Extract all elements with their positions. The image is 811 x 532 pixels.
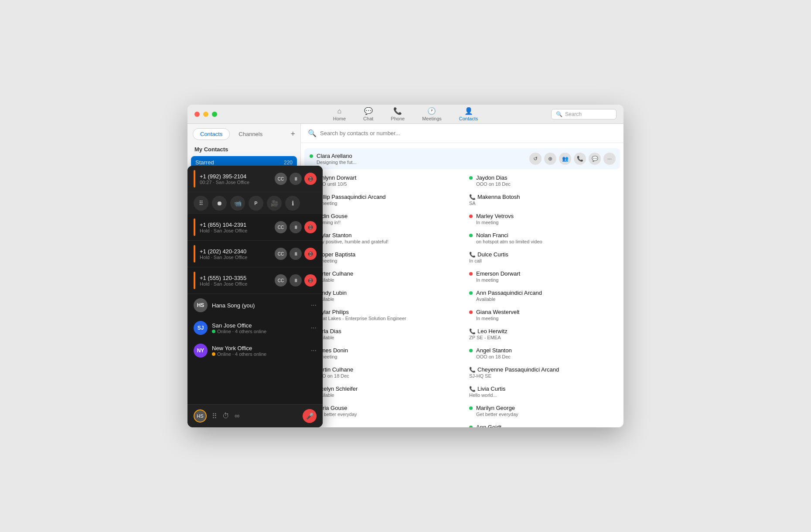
contact-skylar-stanton[interactable]: Skylar Stanton Stay positive, humble and… <box>301 228 462 248</box>
infinity-icon[interactable]: ∞ <box>235 412 239 420</box>
contact-dulce[interactable]: 📞 Dulce Curtis In call <box>462 248 624 267</box>
app-window: ⌂ Home 💬 Chat 📞 Phone 🕐 Meetings 👤 Conta… <box>187 105 624 427</box>
camera-button[interactable]: 🎥 <box>267 196 282 211</box>
status-indicator <box>469 234 473 237</box>
contact-search-bar: 🔍 <box>301 124 624 143</box>
cc-button[interactable]: CC <box>275 274 287 286</box>
mute-button[interactable]: 🎤 <box>303 409 317 423</box>
pause-button[interactable]: ⏸ <box>290 274 302 286</box>
tab-contacts[interactable]: 👤 Contacts <box>450 105 487 123</box>
contact-info: Jocelyn Schleifer Available <box>315 385 455 398</box>
call-controls: CC ⏸ 📵 <box>275 248 317 260</box>
add-button[interactable]: ⊕ <box>544 153 556 165</box>
record-button[interactable]: ⏺ <box>212 196 227 211</box>
end-call-button[interactable]: 📵 <box>304 274 317 286</box>
contact-leo[interactable]: 📞 Leo Herwitz ZP SE - EMEA <box>462 324 624 344</box>
dialpad-icon[interactable]: ⠿ <box>212 412 217 420</box>
pause-button[interactable]: ⏸ <box>290 221 302 233</box>
more-icon[interactable]: ··· <box>311 347 317 355</box>
contact-info: 📞 Leo Herwitz ZP SE - EMEA <box>469 328 617 340</box>
meetings-icon: 🕐 <box>427 107 436 115</box>
avatar: HS <box>194 298 208 312</box>
status-indicator <box>469 176 473 180</box>
contact-jaydon[interactable]: Jaydon Dias OOO on 18 Dec <box>462 171 624 190</box>
contact-ann-pass[interactable]: Ann Passaquindici Arcand Available <box>462 286 624 305</box>
contact-info: 📞 Livia Curtis Hello world... <box>469 385 617 398</box>
contact-kadin[interactable]: Kadin Gouse zooming in!! <box>301 209 462 228</box>
call-indicator <box>194 272 195 289</box>
info-button[interactable]: ℹ <box>285 196 300 211</box>
contact-makenna[interactable]: 📞 Makenna Botosh SA <box>462 190 624 209</box>
contact-carla[interactable]: Carla Dias Available <box>301 324 462 344</box>
close-button[interactable] <box>194 112 200 117</box>
tab-phone[interactable]: 📞 Phone <box>382 105 413 123</box>
end-call-button[interactable]: 📵 <box>304 248 317 260</box>
message-button[interactable]: 💬 <box>589 153 601 165</box>
status-indicator <box>469 272 473 276</box>
more-icon[interactable]: ··· <box>311 301 317 309</box>
contact-cheyenne[interactable]: 📞 Cheyenne Passaquindici Arcand SJ-HQ SE <box>462 363 624 382</box>
contact-angel[interactable]: Angel Stanton OOO on 18 Dec <box>462 344 624 363</box>
tab-contacts-list[interactable]: Contacts <box>193 128 230 140</box>
phone-panel: +1 (992) 395-2104 00:27 · San Jose Offic… <box>187 166 323 427</box>
contact-marley[interactable]: Marley Vetrovs In meeting <box>462 209 624 228</box>
contact-carter[interactable]: Carter Culhane Available <box>301 267 462 286</box>
contact-marilyn[interactable]: Marilyn George Get better everyday <box>462 401 624 420</box>
tab-channels[interactable]: Channels <box>232 129 269 140</box>
contact-livia[interactable]: 📞 Livia Curtis Hello world... <box>462 382 624 401</box>
end-call-button[interactable]: 📵 <box>304 221 317 233</box>
tab-chat[interactable]: 💬 Chat <box>354 105 382 123</box>
more-icon[interactable]: ··· <box>311 324 317 332</box>
cc-button[interactable]: CC <box>275 248 287 260</box>
user-info: New York Office Online · 4 others online <box>212 345 266 357</box>
cc-button[interactable]: CC <box>275 221 287 233</box>
park-button[interactable]: P <box>249 196 263 211</box>
minimize-button[interactable] <box>203 112 208 117</box>
cc-button[interactable]: CC <box>275 173 287 185</box>
contact-info: Cooper Baptista In meeting <box>315 251 455 263</box>
call-button[interactable]: 📞 <box>574 153 586 165</box>
contact-jocelyn[interactable]: Jocelyn Schleifer Available <box>301 382 462 401</box>
contact-randy[interactable]: Randy Lubin Available <box>301 286 462 305</box>
action-row: ⠿ ⏺ 📹 P 🎥 ℹ <box>187 192 323 214</box>
contact-info: 📞 Makenna Botosh SA <box>469 194 617 206</box>
call-info: +1 (202) 420-2340 Hold · San Jose Office <box>200 248 270 260</box>
more-button[interactable]: ··· <box>603 153 616 165</box>
contact-nolan[interactable]: Nolan Franci on hotspot atm so limited v… <box>462 228 624 248</box>
pause-button[interactable]: ⏸ <box>290 248 302 260</box>
contact-maria[interactable]: Maria Gouse Get better everyday <box>301 401 462 420</box>
group-button[interactable]: 👥 <box>559 153 571 165</box>
contact-skylar-philips[interactable]: Skylar Philips Great Lakes - Enterprise … <box>301 305 462 324</box>
global-search[interactable]: 🔍 Search <box>551 109 617 119</box>
contact-giana[interactable]: Giana Westervelt In meeting <box>462 305 624 324</box>
contact-search-input[interactable] <box>320 130 617 136</box>
pause-button[interactable]: ⏸ <box>290 173 302 185</box>
dialpad-button[interactable]: ⠿ <box>194 196 208 211</box>
end-call-button[interactable]: 📵 <box>304 173 317 185</box>
video-call-button[interactable]: ↺ <box>529 153 542 165</box>
contact-martin[interactable]: Martin Culhane OOO on 18 Dec <box>301 363 462 382</box>
contact-info: 📞 Dulce Curtis In call <box>469 251 617 263</box>
search-icon: 🔍 <box>556 111 562 117</box>
avatar: SJ <box>194 321 208 335</box>
video-button[interactable]: 📹 <box>230 196 245 211</box>
contact-info: Jaydon Dias OOO on 18 Dec <box>476 174 617 187</box>
contact-james[interactable]: James Donin In meeting <box>301 344 462 363</box>
tab-meetings[interactable]: 🕐 Meetings <box>413 105 450 123</box>
contact-ashlynn[interactable]: Ashlynn Dorwart OOO until 10/5 <box>301 171 462 190</box>
contact-info: Martin Culhane OOO on 18 Dec <box>315 366 455 379</box>
contact-info: Angel Stanton OOO on 18 Dec <box>476 347 617 359</box>
history-icon[interactable]: ⏱ <box>222 412 229 420</box>
user-hana[interactable]: HS Hana Song (you) ··· <box>187 294 323 317</box>
call-indicator <box>194 245 195 263</box>
maximize-button[interactable] <box>212 112 217 117</box>
contact-cooper[interactable]: Cooper Baptista In meeting <box>301 248 462 267</box>
featured-contact[interactable]: Clara Arellano Designing the fut... ↺ ⊕ … <box>304 148 620 169</box>
contact-ann-geidt[interactable]: Ann Geidt Get better everyday <box>462 420 624 427</box>
user-san-jose[interactable]: SJ San Jose Office Online · 4 others onl… <box>187 317 323 339</box>
add-contact-button[interactable]: + <box>290 130 295 139</box>
tab-home[interactable]: ⌂ Home <box>324 106 354 123</box>
user-new-york[interactable]: NY New York Office Online · 4 others onl… <box>187 339 323 362</box>
contact-emerson[interactable]: Emerson Dorwart In meeting <box>462 267 624 286</box>
contact-phillip[interactable]: Phillip Passaquindici Arcand In meeting <box>301 190 462 209</box>
